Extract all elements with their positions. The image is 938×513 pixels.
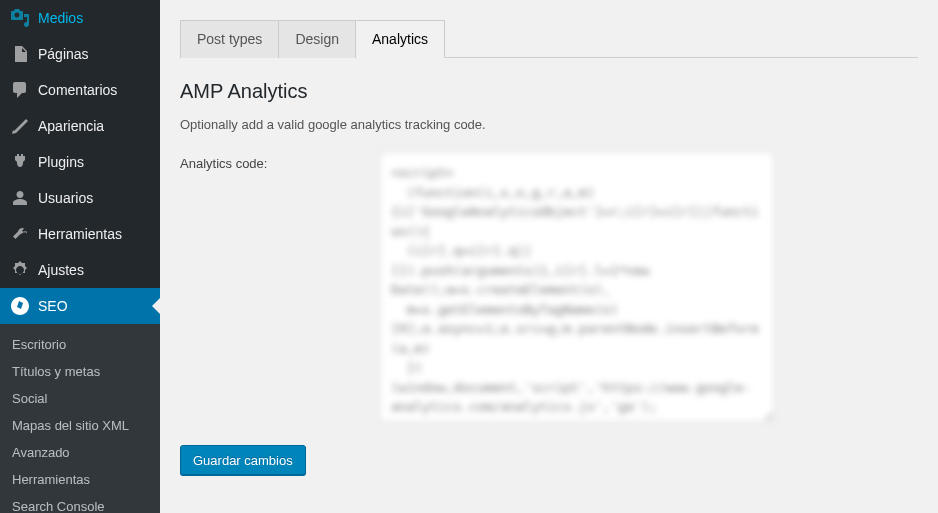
- analytics-code-row: Analytics code:: [180, 152, 918, 425]
- tab-analytics[interactable]: Analytics: [356, 20, 445, 58]
- submenu-item-dashboard[interactable]: Escritorio: [0, 331, 160, 358]
- settings-icon: [10, 260, 30, 280]
- submenu-item-advanced[interactable]: Avanzado: [0, 439, 160, 466]
- sidebar-item-label: Apariencia: [38, 118, 104, 134]
- sidebar-item-settings[interactable]: Ajustes: [0, 252, 160, 288]
- sidebar-item-label: Comentarios: [38, 82, 117, 98]
- sidebar-item-users[interactable]: Usuarios: [0, 180, 160, 216]
- sidebar-item-pages[interactable]: Páginas: [0, 36, 160, 72]
- submenu-item-social[interactable]: Social: [0, 385, 160, 412]
- analytics-code-label: Analytics code:: [180, 152, 380, 171]
- tab-design[interactable]: Design: [279, 20, 356, 58]
- seo-icon: [10, 296, 30, 316]
- users-icon: [10, 188, 30, 208]
- submenu-item-sitemaps[interactable]: Mapas del sitio XML: [0, 412, 160, 439]
- submenu-item-search-console[interactable]: Search Console: [0, 493, 160, 513]
- sidebar-item-seo[interactable]: SEO: [0, 288, 160, 324]
- section-title: AMP Analytics: [180, 80, 918, 103]
- media-icon: [10, 8, 30, 28]
- sidebar-item-label: Medios: [38, 10, 83, 26]
- tab-post-types[interactable]: Post types: [180, 20, 279, 58]
- comments-icon: [10, 80, 30, 100]
- save-button[interactable]: Guardar cambios: [180, 445, 306, 475]
- sidebar-item-appearance[interactable]: Apariencia: [0, 108, 160, 144]
- pages-icon: [10, 44, 30, 64]
- main-content: Post types Design Analytics AMP Analytic…: [160, 0, 938, 513]
- sidebar-item-label: Usuarios: [38, 190, 93, 206]
- analytics-code-input[interactable]: [380, 152, 774, 422]
- submenu-item-titles[interactable]: Títulos y metas: [0, 358, 160, 385]
- sidebar-item-label: Ajustes: [38, 262, 84, 278]
- seo-submenu: Escritorio Títulos y metas Social Mapas …: [0, 324, 160, 513]
- plugins-icon: [10, 152, 30, 172]
- sidebar-item-label: SEO: [38, 298, 68, 314]
- sidebar-item-label: Herramientas: [38, 226, 122, 242]
- sidebar-item-label: Plugins: [38, 154, 84, 170]
- submenu-item-tools[interactable]: Herramientas: [0, 466, 160, 493]
- section-description: Optionally add a valid google analytics …: [180, 117, 918, 132]
- sidebar-item-tools[interactable]: Herramientas: [0, 216, 160, 252]
- sidebar-item-plugins[interactable]: Plugins: [0, 144, 160, 180]
- tools-icon: [10, 224, 30, 244]
- sidebar-item-comments[interactable]: Comentarios: [0, 72, 160, 108]
- sidebar-item-media[interactable]: Medios: [0, 0, 160, 36]
- appearance-icon: [10, 116, 30, 136]
- settings-tabs: Post types Design Analytics: [180, 20, 918, 58]
- admin-sidebar: Medios Páginas Comentarios Apariencia Pl…: [0, 0, 160, 513]
- sidebar-item-label: Páginas: [38, 46, 89, 62]
